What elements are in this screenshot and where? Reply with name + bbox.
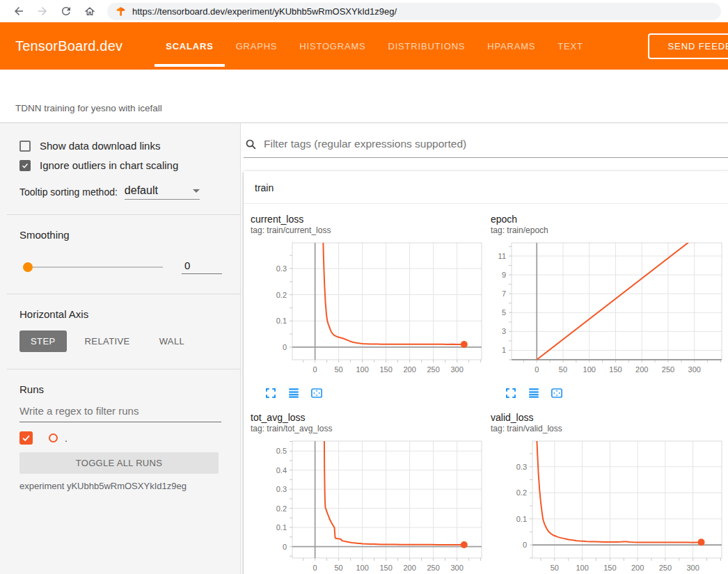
experiment-title-bar: TDNN training for yesno with icefall [0,70,728,123]
svg-text:50: 50 [559,365,567,374]
svg-text:100: 100 [356,365,368,374]
svg-text:0.3: 0.3 [276,264,287,273]
smoothing-label: Smoothing [0,229,240,241]
fit-domain-icon[interactable] [551,387,563,399]
line-chart[interactable]: 00.10.20.350100150200250300 [488,437,725,574]
run-checkbox[interactable] [19,431,33,445]
svg-text:0.3: 0.3 [516,463,527,471]
show-download-links-checkbox[interactable] [19,141,31,152]
line-chart[interactable]: 00.10.20.3050100150200250300 [248,239,484,381]
svg-text:200: 200 [635,365,648,374]
smoothing-value-field[interactable]: 0 [182,260,222,274]
run-color-icon [49,433,58,443]
svg-text:7: 7 [502,289,506,298]
chart-title: valid_loss [491,412,725,423]
tooltip-sorting-value: default [125,184,158,197]
svg-text:0.2: 0.2 [516,488,527,497]
wall-button[interactable]: WALL [148,330,196,352]
tab-bar: SCALARS GRAPHS HISTOGRAMS DISTRIBUTIONS … [155,22,594,70]
svg-text:100: 100 [583,365,596,374]
svg-text:9: 9 [502,271,506,279]
svg-text:150: 150 [379,365,392,374]
svg-text:0.1: 0.1 [276,317,287,325]
reload-icon[interactable] [60,5,72,17]
run-row[interactable]: . [0,431,240,445]
svg-text:300: 300 [450,365,463,374]
check-icon [21,433,31,443]
chart-card: epochtag: train/epoch1357911050100150200… [488,214,725,401]
browser-toolbar: https://tensorboard.dev/experiment/yKUbh… [0,0,728,22]
charts-grid: current_losstag: train/current_loss00.10… [244,204,728,574]
tab-scalars[interactable]: SCALARS [155,22,224,70]
svg-text:0.3: 0.3 [276,485,287,493]
chart-title: current_loss [251,214,484,225]
svg-text:150: 150 [609,365,622,374]
svg-text:250: 250 [427,564,439,572]
line-chart[interactable]: 00.10.20.30.40.5050100150200250300 [248,437,484,574]
svg-text:5: 5 [502,308,506,317]
svg-text:50: 50 [551,564,559,572]
tab-graphs[interactable]: GRAPHS [225,22,289,70]
tab-histograms[interactable]: HISTOGRAMS [288,22,377,70]
svg-text:50: 50 [335,365,343,374]
svg-text:0: 0 [313,564,317,572]
runs-regex-input[interactable]: Write a regex to filter runs [19,405,221,422]
svg-text:300: 300 [688,365,701,374]
address-bar[interactable]: https://tensorboard.dev/experiment/yKUbh… [107,3,721,20]
url-text: https://tensorboard.dev/experiment/yKUbh… [132,6,397,17]
run-name: . [65,433,68,444]
show-download-links-row[interactable]: Show data download links [0,140,240,152]
svg-text:0: 0 [523,541,527,549]
svg-text:200: 200 [403,564,416,572]
svg-text:200: 200 [631,564,644,572]
log-scale-icon[interactable] [528,387,540,399]
line-chart[interactable]: 1357911050100150200250300 [488,239,725,381]
tab-text[interactable]: TEXT [546,22,594,70]
check-icon [21,161,29,170]
tab-distributions[interactable]: DISTRIBUTIONS [377,22,477,70]
svg-text:0: 0 [283,543,287,551]
tooltip-sorting-row: Tooltip sorting method: default [0,184,240,200]
relative-button[interactable]: RELATIVE [74,330,141,352]
toggle-all-runs-button[interactable]: TOGGLE ALL RUNS [19,452,219,474]
ignore-outliers-row[interactable]: Ignore outliers in chart scaling [0,159,240,171]
chart-toolbar [248,387,484,401]
tooltip-sorting-dropdown[interactable]: default [125,184,200,200]
forward-icon[interactable] [36,5,49,17]
smoothing-slider-thumb[interactable] [23,262,33,272]
filter-tags-input[interactable]: Filter tags (regular expressions support… [264,138,466,150]
send-feedback-button[interactable]: SEND FEEDBACK [648,33,728,59]
svg-text:0.1: 0.1 [516,515,527,523]
chart-tag: tag: train/valid_loss [491,424,725,433]
smoothing-slider[interactable] [24,266,163,268]
chart-tag: tag: train/tot_avg_loss [251,424,484,433]
expand-icon[interactable] [264,387,277,399]
chart-tag: tag: train/epoch [491,225,725,235]
svg-text:3: 3 [502,327,506,335]
runs-label: Runs [0,383,240,395]
chart-card: current_losstag: train/current_loss00.10… [248,214,484,401]
svg-text:1: 1 [502,346,506,354]
tab-hparams[interactable]: HPARAMS [476,22,546,70]
divider [7,294,240,294]
back-icon[interactable] [13,5,25,17]
show-download-links-label: Show data download links [40,140,160,152]
section-header-train[interactable]: train [244,171,728,204]
settings-sidebar: Show data download links Ignore outliers… [0,123,241,574]
chart-tag: tag: train/current_loss [251,225,484,235]
svg-text:250: 250 [427,365,439,374]
svg-text:0: 0 [535,365,539,374]
filter-tags-row[interactable]: Filter tags (regular expressions support… [244,123,728,158]
ignore-outliers-checkbox[interactable] [19,160,31,171]
home-icon[interactable] [84,5,96,17]
fit-domain-icon[interactable] [310,387,323,399]
svg-text:150: 150 [379,564,392,572]
svg-text:11: 11 [498,252,506,260]
svg-text:250: 250 [662,365,674,374]
log-scale-icon[interactable] [287,387,300,399]
expand-icon[interactable] [505,387,517,399]
svg-text:100: 100 [576,564,588,572]
step-button[interactable]: STEP [19,330,67,352]
chart-title: tot_avg_loss [251,412,484,423]
divider [7,369,240,369]
